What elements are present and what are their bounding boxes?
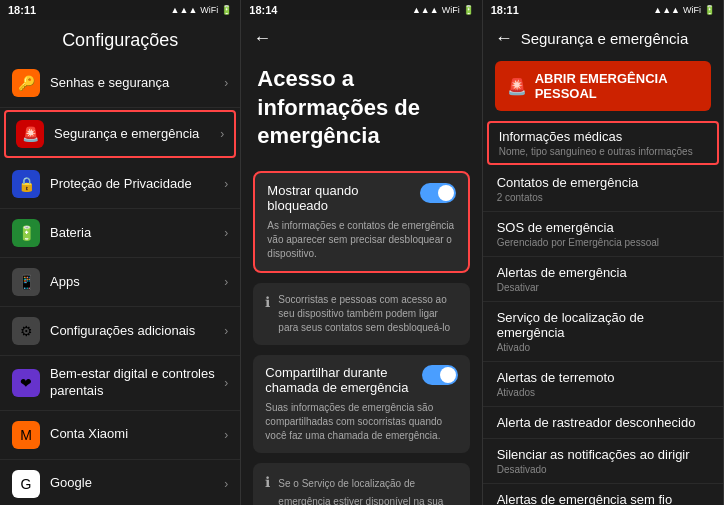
additional-icon: ⚙	[12, 317, 40, 345]
p3-item-6[interactable]: Alerta de rastreador desconhecido	[483, 407, 723, 439]
menu-item-xiaomi[interactable]: MConta Xiaomi›	[0, 411, 240, 460]
p3-item-7[interactable]: Silenciar as notificações ao dirigirDesa…	[483, 439, 723, 484]
show-locked-toggle[interactable]	[420, 183, 456, 203]
p3-item-sub-7: Desativado	[497, 464, 709, 475]
status-icons-3: ▲▲▲ WiFi 🔋	[653, 5, 715, 15]
menu-item-apps[interactable]: 📱Apps›	[0, 258, 240, 307]
google-chevron: ›	[224, 477, 228, 491]
wellbeing-label: Bem-estar digital e controles parentais	[50, 366, 224, 400]
apps-icon: 📱	[12, 268, 40, 296]
google-label: Google	[50, 475, 224, 492]
show-when-locked-card[interactable]: Mostrar quando bloqueado As informações …	[253, 171, 469, 273]
xiaomi-icon: M	[12, 421, 40, 449]
p3-item-4[interactable]: Serviço de localização de emergênciaAtiv…	[483, 302, 723, 362]
menu-item-wellbeing[interactable]: ❤Bem-estar digital e controles parentais…	[0, 356, 240, 411]
wifi-icon-3: WiFi	[683, 5, 701, 15]
battery-icon: 🔋	[221, 5, 232, 15]
passwords-icon: 🔑	[12, 69, 40, 97]
status-bar-2: 18:14 ▲▲▲ WiFi 🔋	[241, 0, 481, 20]
emergency-btn-icon: 🚨	[507, 77, 527, 96]
menu-item-privacy[interactable]: 🔒Proteção de Privacidade›	[0, 160, 240, 209]
panel-configuracoes: 18:11 ▲▲▲ WiFi 🔋 Configurações 🔑Senhas e…	[0, 0, 241, 505]
p3-item-0[interactable]: Informações médicasNome, tipo sanguíneo …	[487, 121, 719, 165]
menu-item-google[interactable]: GGoogle›	[0, 460, 240, 505]
p3-item-sub-1: 2 contatos	[497, 192, 709, 203]
card2-title: Compartilhar durante chamada de emergênc…	[265, 365, 421, 395]
additional-label: Configurações adicionais	[50, 323, 224, 340]
xiaomi-chevron: ›	[224, 428, 228, 442]
status-icons-2: ▲▲▲ WiFi 🔋	[412, 5, 474, 15]
apps-chevron: ›	[224, 275, 228, 289]
apps-label: Apps	[50, 274, 224, 291]
info-box-1: ℹ Socorristas e pessoas com acesso ao se…	[253, 283, 469, 345]
signal-icon-2: ▲▲▲	[412, 5, 439, 15]
p3-item-3[interactable]: Alertas de emergênciaDesativar	[483, 257, 723, 302]
p3-item-sub-0: Nome, tipo sanguíneo e outras informaçõe…	[499, 146, 707, 157]
time-2: 18:14	[249, 4, 277, 16]
status-bar-1: 18:11 ▲▲▲ WiFi 🔋	[0, 0, 240, 20]
additional-chevron: ›	[224, 324, 228, 338]
menu-item-additional[interactable]: ⚙Configurações adicionais›	[0, 307, 240, 356]
card1-desc: As informações e contatos de emergência …	[267, 219, 455, 261]
security-icon: 🚨	[16, 120, 44, 148]
info-icon-2: ℹ	[265, 474, 270, 490]
signal-icon: ▲▲▲	[171, 5, 198, 15]
battery-icon: 🔋	[12, 219, 40, 247]
wifi-icon: WiFi	[200, 5, 218, 15]
p3-item-2[interactable]: SOS de emergênciaGerenciado por Emergênc…	[483, 212, 723, 257]
share-call-toggle[interactable]	[422, 365, 458, 385]
back-button-3[interactable]: ←	[495, 28, 513, 49]
wellbeing-icon: ❤	[12, 369, 40, 397]
panel2-title: Acesso a informações de emergência	[241, 57, 481, 167]
p3-item-title-3: Alertas de emergência	[497, 265, 709, 280]
p3-item-title-6: Alerta de rastreador desconhecido	[497, 415, 709, 430]
p3-item-title-7: Silenciar as notificações ao dirigir	[497, 447, 709, 462]
status-bar-3: 18:11 ▲▲▲ WiFi 🔋	[483, 0, 723, 20]
p3-item-5[interactable]: Alertas de terremotoAtivados	[483, 362, 723, 407]
panel1-title: Configurações	[0, 20, 240, 59]
emergency-btn-label: ABRIR EMERGÊNCIA PESSOAL	[535, 71, 699, 101]
p3-item-sub-4: Ativado	[497, 342, 709, 353]
menu-item-passwords[interactable]: 🔑Senhas e segurança›	[0, 59, 240, 108]
status-icons-1: ▲▲▲ WiFi 🔋	[171, 5, 233, 15]
menu-item-security[interactable]: 🚨Segurança e emergência›	[4, 110, 236, 158]
p3-item-sub-2: Gerenciado por Emergência pessoal	[497, 237, 709, 248]
p3-item-title-5: Alertas de terremoto	[497, 370, 709, 385]
back-button-2[interactable]: ←	[241, 20, 481, 57]
battery-icon-2: 🔋	[463, 5, 474, 15]
settings-menu: 🔑Senhas e segurança›🚨Segurança e emergên…	[0, 59, 240, 505]
battery-chevron: ›	[224, 226, 228, 240]
passwords-label: Senhas e segurança	[50, 75, 224, 92]
time-3: 18:11	[491, 4, 519, 16]
google-icon: G	[12, 470, 40, 498]
panel-acesso-emergencia: 18:14 ▲▲▲ WiFi 🔋 ← Acesso a informações …	[241, 0, 482, 505]
card2-desc: Suas informações de emergência são compa…	[265, 401, 457, 443]
p3-menu: Informações médicasNome, tipo sanguíneo …	[483, 119, 723, 505]
p3-item-title-4: Serviço de localização de emergência	[497, 310, 709, 340]
security-label: Segurança e emergência	[54, 126, 220, 143]
panel3-title: Segurança e emergência	[521, 30, 689, 47]
passwords-chevron: ›	[224, 76, 228, 90]
privacy-chevron: ›	[224, 177, 228, 191]
time-1: 18:11	[8, 4, 36, 16]
wellbeing-chevron: ›	[224, 376, 228, 390]
p3-item-1[interactable]: Contatos de emergência2 contatos	[483, 167, 723, 212]
battery-label: Bateria	[50, 225, 224, 242]
p3-item-sub-3: Desativar	[497, 282, 709, 293]
panel-seguranca-emergencia: 18:11 ▲▲▲ WiFi 🔋 ← Segurança e emergênci…	[483, 0, 724, 505]
xiaomi-label: Conta Xiaomi	[50, 426, 224, 443]
privacy-icon: 🔒	[12, 170, 40, 198]
panel3-header: ← Segurança e emergência	[483, 20, 723, 57]
share-during-call-card[interactable]: Compartilhar durante chamada de emergênc…	[253, 355, 469, 453]
p3-item-title-8: Alertas de emergência sem fio	[497, 492, 709, 505]
p3-item-title-2: SOS de emergência	[497, 220, 709, 235]
battery-icon-3: 🔋	[704, 5, 715, 15]
info-box-2: ℹ Se o Serviço de localização de emergên…	[253, 463, 469, 505]
p3-item-8[interactable]: Alertas de emergência sem fio	[483, 484, 723, 505]
open-emergency-btn[interactable]: 🚨 ABRIR EMERGÊNCIA PESSOAL	[495, 61, 711, 111]
info-text-1: Socorristas e pessoas com acesso ao seu …	[278, 293, 457, 335]
menu-item-battery[interactable]: 🔋Bateria›	[0, 209, 240, 258]
wifi-icon-2: WiFi	[442, 5, 460, 15]
p3-item-title-1: Contatos de emergência	[497, 175, 709, 190]
info-text-2: Se o Serviço de localização de emergênci…	[278, 478, 456, 505]
